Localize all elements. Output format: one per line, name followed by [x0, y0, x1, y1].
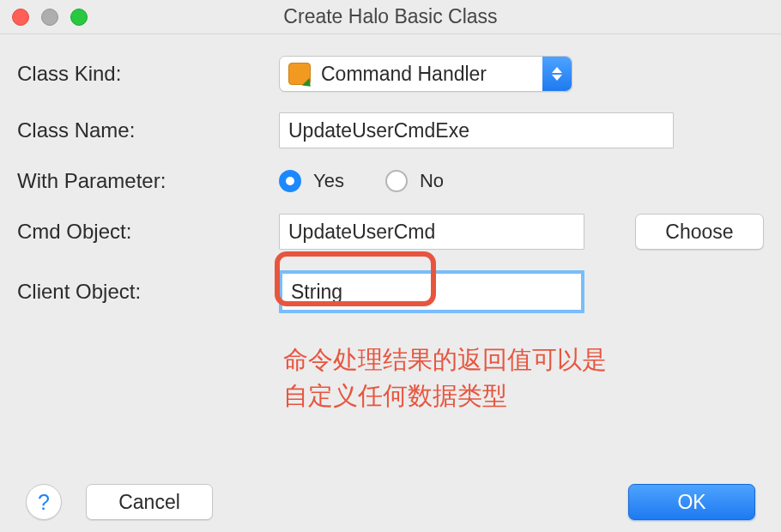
- cancel-button[interactable]: Cancel: [86, 484, 213, 520]
- choose-button[interactable]: Choose: [635, 214, 764, 250]
- annotation-line2: 自定义任何数据类型: [283, 378, 607, 414]
- row-class-name: Class Name: UpdateUserCmdExe: [17, 112, 764, 148]
- window-title: Create Halo Basic Class: [10, 5, 771, 28]
- label-with-parameter: With Parameter:: [17, 169, 279, 193]
- row-class-kind: Class Kind: Command Handler: [17, 56, 764, 92]
- label-cmd-object: Cmd Object:: [17, 220, 279, 244]
- dialog-footer: ? Cancel OK: [0, 484, 781, 520]
- dialog-content: Class Kind: Command Handler Class Name: …: [0, 34, 781, 313]
- updown-icon[interactable]: [542, 57, 572, 91]
- radio-icon-unchecked: [385, 170, 408, 192]
- radio-icon-checked: [279, 170, 301, 192]
- class-kind-value: Command Handler: [321, 63, 487, 86]
- label-client-object: Client Object:: [17, 280, 279, 304]
- row-client-object: Client Object: String: [17, 270, 764, 313]
- radio-no-label: No: [420, 170, 444, 192]
- class-name-input[interactable]: UpdateUserCmdExe: [279, 112, 674, 148]
- client-object-input[interactable]: String: [279, 270, 584, 313]
- annotation-text: 命令处理结果的返回值可以是 自定义任何数据类型: [283, 342, 607, 414]
- traffic-lights: [12, 9, 88, 26]
- row-cmd-object: Cmd Object: UpdateUserCmd Choose: [17, 214, 764, 250]
- class-kind-dropdown[interactable]: Command Handler: [279, 56, 572, 92]
- radio-yes[interactable]: Yes: [279, 170, 344, 192]
- cmd-object-input[interactable]: UpdateUserCmd: [279, 214, 584, 250]
- handler-icon: [288, 63, 311, 85]
- label-class-kind: Class Kind:: [17, 62, 279, 86]
- label-class-name: Class Name:: [17, 118, 279, 142]
- close-icon[interactable]: [12, 9, 29, 26]
- radio-no[interactable]: No: [385, 170, 444, 192]
- minimize-icon: [41, 9, 58, 26]
- titlebar: Create Halo Basic Class: [0, 0, 781, 34]
- annotation-line1: 命令处理结果的返回值可以是: [283, 342, 607, 378]
- row-with-parameter: With Parameter: Yes No: [17, 169, 764, 193]
- help-button[interactable]: ?: [26, 484, 62, 520]
- maximize-icon[interactable]: [70, 9, 88, 26]
- ok-button[interactable]: OK: [628, 484, 755, 520]
- radio-yes-label: Yes: [313, 170, 344, 192]
